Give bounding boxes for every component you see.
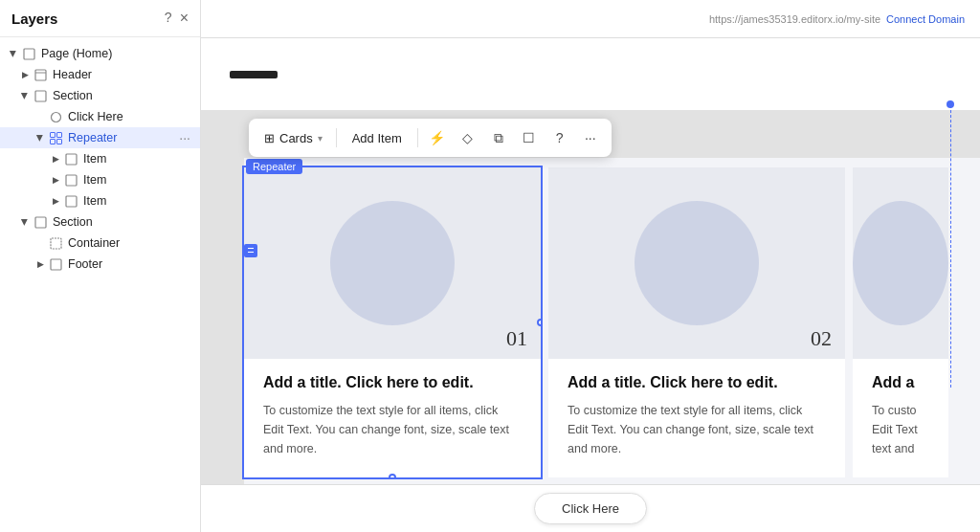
- site-logo-placeholder: [230, 71, 278, 78]
- card-item-2[interactable]: 02 Add a title. Click here to edit. To c…: [548, 167, 845, 477]
- floating-toolbar: ⊞ Cards ▾ Add Item ⚡ ◇ ⧉ ☐ ?: [249, 119, 612, 157]
- add-item-label: Add Item: [352, 131, 402, 145]
- click-here-button[interactable]: Click Here: [534, 493, 647, 524]
- sidebar-item-repeater[interactable]: ▶ Repeater ···: [0, 127, 200, 148]
- toolbar-connect-button[interactable]: ⚡: [424, 124, 451, 151]
- svg-rect-0: [24, 49, 34, 59]
- diamond-icon: ◇: [462, 130, 473, 145]
- sidebar: Layers ? × ▶ Page (Home) ▶ Header ▶: [0, 0, 201, 532]
- chevron-down-icon: ▾: [318, 133, 323, 144]
- toolbar-diamond-button[interactable]: ◇: [455, 124, 481, 151]
- svg-rect-8: [56, 139, 61, 144]
- connect-icon: ⚡: [429, 130, 445, 145]
- container-label: Container: [68, 236, 192, 250]
- help-toolbar-icon: ?: [556, 130, 564, 145]
- item3-icon: [63, 193, 78, 209]
- page-icon: [21, 46, 36, 61]
- site-header-strip: [201, 38, 980, 110]
- close-icon[interactable]: ×: [180, 10, 189, 27]
- card-title-2[interactable]: Add a title. Click here to edit.: [568, 374, 826, 391]
- card-image-2: 02: [548, 167, 845, 359]
- toolbar-help-button[interactable]: ?: [546, 124, 573, 151]
- card-content-1: Add a title. Click here to edit. To cust…: [244, 359, 541, 477]
- svg-rect-3: [35, 91, 46, 101]
- sidebar-header-actions: ? ×: [165, 10, 189, 27]
- sidebar-item-item2[interactable]: ▶ Item: [0, 169, 200, 190]
- site-url: https://james35319.editorx.io/my-site: [709, 13, 880, 25]
- card-number-1: 01: [506, 326, 527, 351]
- svg-rect-11: [66, 196, 77, 207]
- svg-rect-9: [66, 154, 77, 165]
- item2-icon: [63, 172, 78, 188]
- section1-icon: [33, 88, 48, 103]
- sidebar-item-clickhere[interactable]: ▶ Click Here: [0, 106, 200, 127]
- item1-icon: [63, 151, 78, 166]
- card-item-1[interactable]: 01 Add a title. Click here to edit. To c…: [244, 167, 541, 477]
- toolbar-copy-button[interactable]: ⧉: [485, 124, 512, 151]
- svg-rect-10: [66, 175, 77, 186]
- blue-guide-line: [950, 100, 951, 388]
- top-bar: https://james35319.editorx.io/my-site Co…: [201, 0, 980, 38]
- toolbar-cards-dropdown[interactable]: ⊞ Cards ▾: [256, 127, 330, 149]
- drag-handle[interactable]: [244, 244, 257, 257]
- sidebar-item-item3[interactable]: ▶ Item: [0, 190, 200, 211]
- card-circle-1: [330, 201, 455, 325]
- card-text-3[interactable]: To custoEdit Texttext and: [872, 401, 929, 458]
- footer-icon: [48, 256, 63, 272]
- clickhere-label: Click Here: [68, 110, 192, 123]
- sidebar-item-item1[interactable]: ▶ Item: [0, 148, 200, 169]
- clickhere-icon: [48, 109, 63, 124]
- header-label: Header: [53, 68, 192, 81]
- card-circle-2: [635, 201, 759, 325]
- svg-point-4: [51, 112, 60, 122]
- toggle-arrow-section2: ▶: [19, 216, 31, 228]
- connect-domain-link[interactable]: Connect Domain: [886, 13, 965, 25]
- more-icon: ···: [585, 130, 596, 145]
- toggle-arrow-item2: ▶: [50, 174, 61, 186]
- repeater-more-icon[interactable]: ···: [177, 130, 192, 145]
- section1-label: Section: [53, 89, 192, 102]
- sidebar-item-header[interactable]: ▶ Header: [0, 64, 200, 85]
- toolbar-divider-1: [336, 128, 337, 147]
- help-icon[interactable]: ?: [165, 10, 172, 27]
- resize-handle-right-center[interactable]: [537, 319, 541, 326]
- toolbar-chat-button[interactable]: ☐: [516, 124, 543, 151]
- card-circle-3: [853, 201, 948, 325]
- repeater-icon: [48, 130, 63, 145]
- section2-icon: [33, 214, 48, 230]
- cards-label: Cards: [279, 131, 313, 145]
- section2-label: Section: [53, 215, 192, 229]
- card-title-3[interactable]: Add a: [872, 374, 929, 391]
- card-content-2: Add a title. Click here to edit. To cust…: [548, 359, 845, 477]
- toolbar-add-item-button[interactable]: Add Item: [343, 126, 412, 150]
- item3-label: Item: [83, 194, 192, 208]
- sidebar-item-section2[interactable]: ▶ Section: [0, 211, 200, 233]
- repeater-badge: Repeater: [246, 159, 302, 174]
- toggle-arrow-item3: ▶: [50, 195, 61, 207]
- toggle-arrow-footer: ▶: [34, 258, 46, 270]
- sidebar-tree: ▶ Page (Home) ▶ Header ▶ Section ▶: [0, 37, 200, 532]
- resize-handle-bottom-center[interactable]: [389, 474, 396, 477]
- toggle-arrow-item1: ▶: [50, 153, 61, 165]
- toolbar-more-button[interactable]: ···: [577, 124, 604, 151]
- sidebar-item-section1[interactable]: ▶ Section: [0, 85, 200, 106]
- sidebar-item-page[interactable]: ▶ Page (Home): [0, 43, 200, 64]
- svg-rect-12: [35, 217, 46, 228]
- item1-label: Item: [83, 152, 192, 166]
- grid-icon: ⊞: [264, 131, 275, 145]
- sidebar-title: Layers: [11, 11, 57, 27]
- toggle-arrow-page: ▶: [8, 48, 19, 59]
- svg-rect-6: [56, 132, 61, 137]
- svg-rect-13: [51, 238, 61, 249]
- card-title-1[interactable]: Add a title. Click here to edit.: [263, 374, 522, 391]
- card-text-2[interactable]: To customize the text style for all item…: [568, 401, 826, 458]
- canvas[interactable]: ⊞ Cards ▾ Add Item ⚡ ◇ ⧉ ☐ ?: [201, 38, 980, 532]
- header-icon: [33, 67, 48, 82]
- card-item-3[interactable]: Add a To custoEdit Texttext and: [853, 167, 948, 477]
- svg-rect-5: [50, 132, 55, 137]
- card-text-1[interactable]: To customize the text style for all item…: [263, 401, 522, 458]
- sidebar-item-footer[interactable]: ▶ Footer: [0, 254, 200, 275]
- repeater-label-sidebar: Repeater: [68, 131, 177, 144]
- sidebar-item-container[interactable]: ▶ Container: [0, 233, 200, 254]
- svg-rect-7: [50, 139, 55, 144]
